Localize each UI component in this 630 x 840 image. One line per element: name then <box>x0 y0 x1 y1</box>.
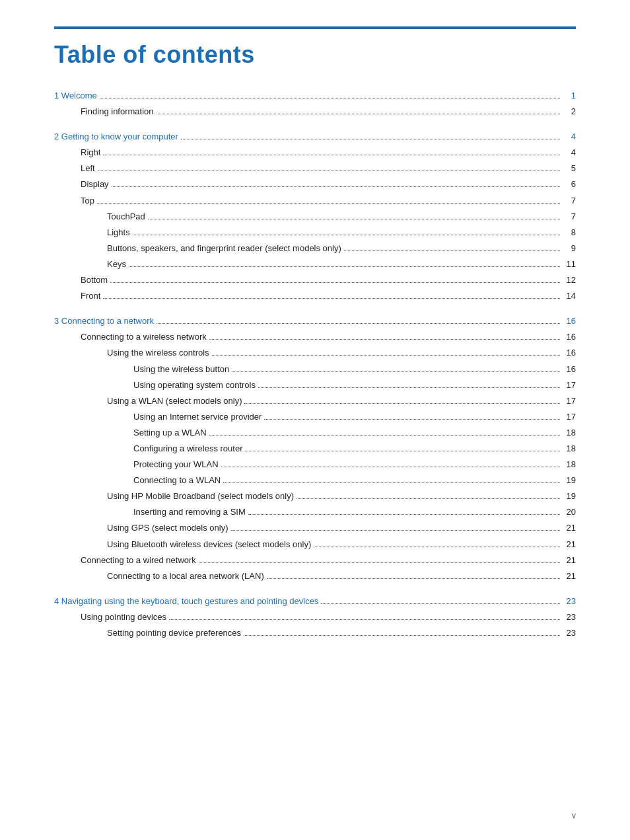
toc-page: 17 <box>563 410 576 424</box>
toc-page: 21 <box>563 553 576 568</box>
toc-label: 4 Navigating using the keyboard, touch g… <box>54 594 318 609</box>
toc-page: 4 <box>563 145 576 160</box>
toc-dots <box>100 98 560 98</box>
toc-entry-s1a: Finding information2 <box>54 104 576 119</box>
toc-page: 7 <box>563 210 576 224</box>
toc-entry-s2d: Top7 <box>54 194 576 208</box>
toc-label: Configuring a wireless router <box>133 441 242 456</box>
toc-dots <box>199 562 560 563</box>
toc-label: Using Bluetooth wireless devices (select… <box>107 537 311 552</box>
top-border <box>54 26 576 29</box>
toc-page: 21 <box>563 569 576 584</box>
toc-entry-s3a2b: Setting up a WLAN18 <box>54 426 576 440</box>
toc-dots <box>264 419 560 420</box>
toc-label: Setting up a WLAN <box>133 426 207 440</box>
toc-page: 4 <box>563 130 576 144</box>
toc-label: Left <box>81 161 95 176</box>
toc-page: 12 <box>563 273 576 287</box>
toc-label: Setting pointing device preferences <box>107 626 241 640</box>
toc-dots <box>98 171 560 171</box>
toc-label: 1 Welcome <box>54 89 97 103</box>
toc-entry-s3a5: Using Bluetooth wireless devices (select… <box>54 537 576 552</box>
toc-label: Right <box>81 145 100 160</box>
toc-label: Front <box>81 289 100 303</box>
toc-dots <box>157 323 560 324</box>
toc-entry-s4: 4 Navigating using the keyboard, touch g… <box>54 594 576 609</box>
toc-dots <box>148 219 560 219</box>
toc-dots <box>103 298 560 299</box>
toc-dots <box>314 547 560 547</box>
toc-dots <box>110 282 560 283</box>
toc-entry-s3a2e: Connecting to a WLAN19 <box>54 473 576 488</box>
toc-label: 3 Connecting to a network <box>54 314 154 328</box>
toc-dots <box>244 403 560 404</box>
toc-entry-s3b: Connecting to a wired network21 <box>54 553 576 568</box>
toc-label: Connecting to a WLAN <box>133 473 221 488</box>
toc-label: Connecting to a local area network (LAN) <box>107 569 264 584</box>
toc-entry-s3: 3 Connecting to a network16 <box>54 314 576 328</box>
toc-label: Using pointing devices <box>81 610 166 625</box>
toc-dots <box>231 530 560 531</box>
toc-entry-s2f: Front14 <box>54 289 576 303</box>
toc-label: Protecting your WLAN <box>133 457 219 472</box>
toc-label: Display <box>81 177 109 192</box>
toc-entry-s2b: Left5 <box>54 161 576 176</box>
toc-label: Bottom <box>81 273 108 287</box>
toc-dots <box>344 250 560 251</box>
toc-dots <box>133 235 560 235</box>
toc-entry-s2d2: Lights8 <box>54 225 576 240</box>
toc-page: 17 <box>563 378 576 393</box>
toc-entry-s1: 1 Welcome1 <box>54 89 576 103</box>
toc-label: Using the wireless controls <box>107 346 209 360</box>
toc-label: Using GPS (select models only) <box>107 521 228 535</box>
toc-entry-s2e: Bottom12 <box>54 273 576 287</box>
toc-label: Inserting and removing a SIM <box>133 505 246 519</box>
toc-label: Using HP Mobile Broadband (select models… <box>107 489 294 504</box>
toc-label: Using the wireless button <box>133 362 229 377</box>
toc-entry-s3a3: Using HP Mobile Broadband (select models… <box>54 489 576 504</box>
toc-page: 23 <box>563 610 576 625</box>
toc-page: 19 <box>563 473 576 488</box>
toc-page: 21 <box>563 537 576 552</box>
toc-label: Using operating system controls <box>133 378 256 393</box>
toc-label: Top <box>81 194 94 208</box>
toc-page: 2 <box>563 104 576 119</box>
toc-page: 18 <box>563 441 576 456</box>
toc-dots <box>267 578 560 579</box>
toc-page: 7 <box>563 194 576 208</box>
toc-page: 1 <box>563 89 576 103</box>
toc-label: TouchPad <box>107 210 145 224</box>
toc-dots <box>297 498 560 499</box>
toc-label: Buttons, speakers, and fingerprint reade… <box>107 241 341 256</box>
toc-entry-s4a1: Setting pointing device preferences23 <box>54 626 576 640</box>
toc-page: 20 <box>563 505 576 519</box>
toc-dots <box>244 635 560 636</box>
toc-page: 18 <box>563 457 576 472</box>
toc-dots <box>209 435 560 436</box>
toc-entry-s2d3: Buttons, speakers, and fingerprint reade… <box>54 241 576 256</box>
toc-page: 16 <box>563 330 576 344</box>
toc-entry-s2: 2 Getting to know your computer4 <box>54 130 576 144</box>
toc-dots <box>169 619 560 620</box>
toc-page: 19 <box>563 489 576 504</box>
toc-page: 6 <box>563 177 576 192</box>
toc-entry-s3a2: Using a WLAN (select models only)17 <box>54 394 576 408</box>
toc-dots <box>223 482 560 483</box>
toc-dots <box>258 387 560 388</box>
toc-page: 9 <box>563 241 576 256</box>
toc-page: 21 <box>563 521 576 535</box>
toc-entry-s4a: Using pointing devices23 <box>54 610 576 625</box>
toc-entry-s2d4: Keys11 <box>54 257 576 272</box>
toc-label: 2 Getting to know your computer <box>54 130 178 144</box>
toc-entry-s3b1: Connecting to a local area network (LAN)… <box>54 569 576 584</box>
toc-entry-s3a1b: Using operating system controls17 <box>54 378 576 393</box>
toc-page: 14 <box>563 289 576 303</box>
toc-entry-s3a: Connecting to a wireless network16 <box>54 330 576 344</box>
toc-label: Connecting to a wired network <box>81 553 196 568</box>
page-footer: v <box>572 811 576 820</box>
toc-dots <box>321 603 560 604</box>
toc-dots <box>248 514 560 515</box>
toc-page: 5 <box>563 161 576 176</box>
toc-page: 23 <box>563 594 576 609</box>
toc-page: 23 <box>563 626 576 640</box>
